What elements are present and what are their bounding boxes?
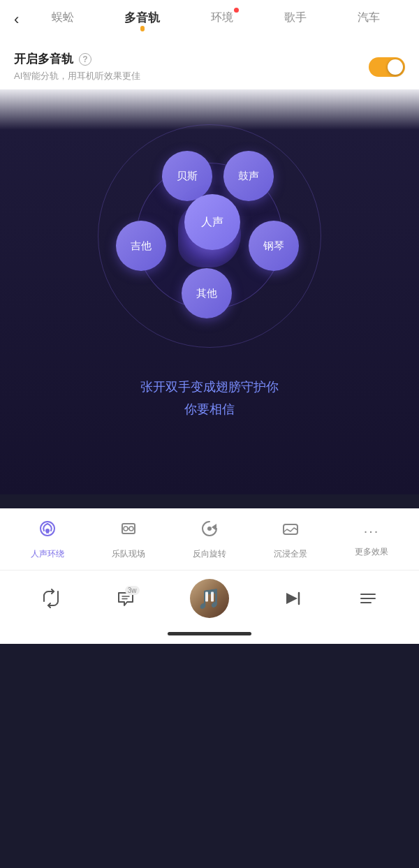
svg-point-8 [207, 527, 212, 531]
top-nav: ‹ 蜈蚣 多音轨 环境 歌手 汽车 [0, 0, 419, 38]
svg-rect-14 [205, 592, 208, 602]
pause-overlay [203, 590, 216, 608]
effect-reverse[interactable]: 反向旋转 [189, 518, 230, 560]
svg-point-4 [124, 527, 128, 531]
svg-point-1 [45, 529, 50, 533]
more-icon: ··· [364, 521, 380, 542]
settings-row: 开启多音轨 ? AI智能分轨，用耳机听效果更佳 [0, 38, 419, 89]
effect-immersive[interactable]: 沉浸全景 [270, 518, 311, 560]
track-bubble-drum[interactable]: 鼓声 [223, 151, 274, 201]
circle-visualization: 人声 贝斯 鼓声 吉他 钢琴 其他 [91, 117, 328, 355]
help-icon[interactable]: ? [79, 53, 91, 66]
forward-button[interactable] [284, 589, 303, 608]
vocal-surround-icon [37, 518, 58, 544]
main-area: 人声 贝斯 鼓声 吉他 钢琴 其他 张开双手变成翅膀守护你 你要相信 [0, 89, 419, 494]
svg-marker-7 [212, 524, 216, 531]
track-bubble-piano[interactable]: 钢琴 [249, 221, 299, 271]
tab-multitrack[interactable]: 多音轨 [124, 10, 160, 29]
immersive-label: 沉浸全景 [274, 548, 307, 560]
lyrics-line1: 张开双手变成翅膀守护你 [140, 376, 279, 398]
back-button[interactable]: ‹ [14, 10, 19, 29]
track-bubble-guitar[interactable]: 吉他 [116, 221, 166, 271]
player-avatar[interactable]: 🎵 [190, 579, 229, 618]
band-live-label: 乐队现场 [112, 548, 145, 560]
settings-left: 开启多音轨 ? AI智能分轨，用耳机听效果更佳 [14, 51, 140, 82]
lyrics-area: 张开双手变成翅膀守护你 你要相信 [112, 376, 307, 421]
track-bubble-other[interactable]: 其他 [182, 268, 232, 318]
effects-bar: 人声环绕 乐队现场 反向旋转 [0, 508, 419, 570]
repeat-button[interactable] [41, 589, 61, 608]
tab-bianshe[interactable]: 蜈蚣 [52, 10, 74, 28]
effect-more[interactable]: ··· 更多效果 [351, 521, 392, 558]
player-bar: 3w 🎵 [0, 570, 419, 626]
nav-tabs: 蜈蚣 多音轨 环境 歌手 汽车 [26, 10, 405, 29]
settings-subtitle: AI智能分轨，用耳机听效果更佳 [14, 70, 140, 82]
comment-badge: 3w [125, 586, 140, 595]
track-bubble-bass[interactable]: 贝斯 [162, 151, 212, 201]
reverse-label: 反向旋转 [193, 548, 226, 560]
tab-environment[interactable]: 环境 [211, 10, 233, 28]
home-indicator [0, 626, 419, 644]
band-live-icon [118, 518, 139, 544]
immersive-icon [280, 518, 301, 544]
lyrics-line2: 你要相信 [140, 398, 279, 420]
effect-band-live[interactable]: 乐队现场 [108, 518, 149, 560]
effect-vocal-surround[interactable]: 人声环绕 [27, 518, 68, 560]
environment-dot [234, 8, 239, 13]
multitrack-toggle[interactable] [369, 57, 405, 77]
svg-point-5 [129, 527, 133, 531]
track-bubble-renhe[interactable]: 人声 [184, 194, 240, 250]
comment-button[interactable]: 3w [116, 589, 135, 608]
home-bar [168, 632, 251, 635]
menu-button[interactable] [358, 589, 378, 608]
tab-singer[interactable]: 歌手 [284, 10, 307, 28]
more-label: 更多效果 [355, 546, 388, 558]
reverse-icon [199, 518, 220, 544]
tab-car[interactable]: 汽车 [358, 10, 380, 28]
svg-rect-15 [211, 592, 214, 602]
vocal-surround-label: 人声环绕 [31, 548, 64, 560]
settings-title: 开启多音轨 ? [14, 51, 140, 67]
